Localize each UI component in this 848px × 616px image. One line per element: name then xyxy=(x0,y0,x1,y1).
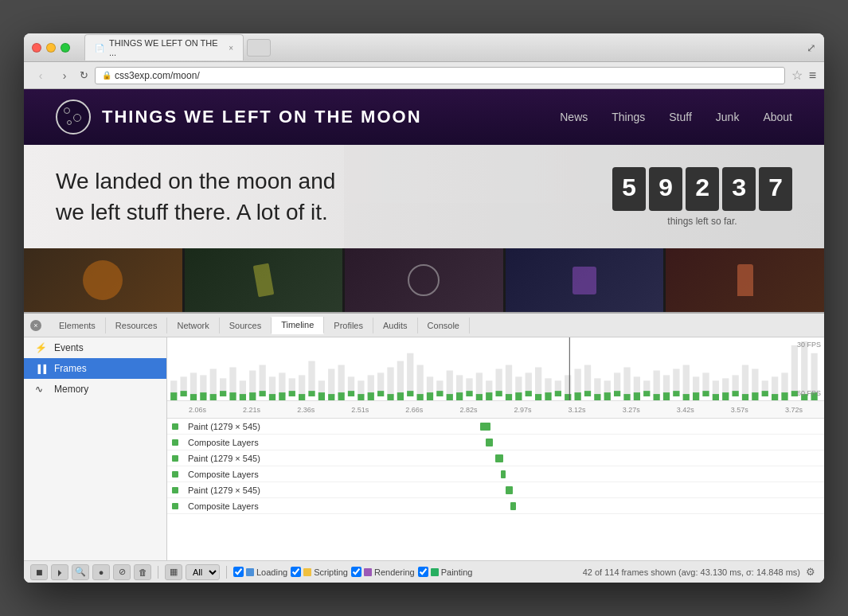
thumb-inner-5 xyxy=(666,248,824,312)
table-row: Paint (1279 × 545) xyxy=(167,419,824,435)
scripting-label: Scripting xyxy=(314,567,348,577)
thumbnail-3[interactable] xyxy=(345,248,503,312)
bookmark-button[interactable]: ☆ xyxy=(791,68,803,83)
scripting-filter-checkbox[interactable]: Scripting xyxy=(291,567,348,577)
time-tick-9: 3.42s xyxy=(658,406,713,414)
table-row: Paint (1279 × 545) xyxy=(167,482,824,498)
sidebar-item-memory[interactable]: ∿ Memory xyxy=(24,379,166,400)
digit-1: 9 xyxy=(649,167,682,211)
rendering-filter-checkbox[interactable]: Rendering xyxy=(351,567,415,577)
browser-tab[interactable]: 📄 THINGS WE LEFT ON THE ... × xyxy=(84,34,244,60)
devtools-settings-button[interactable]: ⚙ xyxy=(803,565,818,579)
url-bar[interactable]: 🔒 css3exp.com/moon/ xyxy=(95,67,785,84)
timeline-bar-0 xyxy=(480,423,490,431)
svg-rect-67 xyxy=(181,391,187,396)
refresh-button[interactable]: ↻ xyxy=(80,69,88,81)
tab-close-button[interactable]: × xyxy=(229,44,233,53)
svg-rect-104 xyxy=(545,392,551,400)
record-frames-button[interactable]: ⏹ xyxy=(30,564,48,580)
thumbnail-2[interactable] xyxy=(185,248,343,312)
frames-icon: ▐▐ xyxy=(35,365,48,373)
nav-stuff[interactable]: Stuff xyxy=(669,111,692,123)
svg-rect-28 xyxy=(447,370,453,396)
maximize-traffic-light[interactable] xyxy=(61,43,70,53)
nav-things[interactable]: Things xyxy=(612,111,645,123)
tab-title: THINGS WE LEFT ON THE ... xyxy=(109,38,224,57)
sidebar-item-frames[interactable]: ▐▐ Frames xyxy=(24,358,166,379)
close-traffic-light[interactable] xyxy=(32,43,41,53)
svg-rect-80 xyxy=(308,391,315,396)
svg-rect-70 xyxy=(210,394,217,400)
devtools-tab-sources[interactable]: Sources xyxy=(220,318,272,333)
step-button[interactable]: ⏵ xyxy=(51,564,68,580)
sidebar-label-events: Events xyxy=(54,342,84,353)
minimize-traffic-light[interactable] xyxy=(46,43,56,53)
devtools-tab-network[interactable]: Network xyxy=(167,318,219,333)
svg-rect-64 xyxy=(801,341,807,396)
devtools-tab-resources[interactable]: Resources xyxy=(106,318,168,333)
digit-3: 3 xyxy=(722,167,756,211)
thumbnail-5[interactable] xyxy=(666,248,824,312)
browser-menu-button[interactable]: ≡ xyxy=(809,68,816,83)
devtools-tab-elements[interactable]: Elements xyxy=(49,318,106,333)
time-tick-11: 3.72s xyxy=(767,406,821,414)
nav-about[interactable]: About xyxy=(763,111,792,123)
loading-filter-checkbox[interactable]: Loading xyxy=(233,567,287,577)
loading-checkbox-input[interactable] xyxy=(233,567,244,577)
svg-rect-40 xyxy=(565,375,571,396)
window-expand-button[interactable]: ⤢ xyxy=(807,41,816,54)
devtools-tab-timeline[interactable]: Timeline xyxy=(272,317,324,334)
digit-2: 2 xyxy=(686,167,719,211)
search-timeline-icon: 🔍 xyxy=(75,567,86,577)
devtools-close-button[interactable]: × xyxy=(30,320,41,331)
svg-rect-105 xyxy=(555,391,561,396)
record-frames-icon: ⏹ xyxy=(35,567,44,577)
svg-rect-23 xyxy=(397,361,404,396)
nav-news[interactable]: News xyxy=(560,111,588,123)
back-button[interactable]: ‹ xyxy=(32,67,49,84)
rendering-checkbox-input[interactable] xyxy=(351,567,361,577)
search-timeline-button[interactable]: 🔍 xyxy=(72,564,89,580)
trash-icon: 🗑 xyxy=(139,567,147,577)
crater-3 xyxy=(67,120,72,125)
filter-select[interactable]: All xyxy=(186,564,220,580)
row-content-4 xyxy=(318,482,824,497)
forward-button[interactable]: › xyxy=(56,67,73,84)
time-tick-10: 3.57s xyxy=(713,406,767,414)
title-bar: 📄 THINGS WE LEFT ON THE ... × ⤢ xyxy=(24,33,824,62)
svg-rect-106 xyxy=(565,394,571,400)
thumbnail-1[interactable] xyxy=(24,248,182,312)
svg-rect-4 xyxy=(210,369,217,397)
clear-button[interactable]: ⊘ xyxy=(113,564,131,580)
svg-rect-125 xyxy=(752,392,758,400)
devtools-main-area: 30 FPS 60 FPS xyxy=(167,337,824,560)
fps-graph: 30 FPS 60 FPS xyxy=(167,337,824,401)
row-label-1: Composite Layers xyxy=(183,438,318,447)
timeline-rows: Paint (1279 × 545) Composite Layers xyxy=(167,419,824,560)
thumbnail-4[interactable] xyxy=(506,248,664,312)
svg-rect-71 xyxy=(220,391,226,396)
time-tick-5: 2.82s xyxy=(441,406,495,414)
thumbnails-row xyxy=(24,248,824,312)
sidebar-item-events[interactable]: ⚡ Events xyxy=(24,337,166,358)
svg-rect-16 xyxy=(328,369,334,397)
thumb-inner-2 xyxy=(185,248,343,312)
scripting-checkbox-input[interactable] xyxy=(291,567,301,577)
svg-rect-41 xyxy=(575,369,581,397)
timeline-bar-1 xyxy=(486,439,494,446)
nav-junk[interactable]: Junk xyxy=(716,111,740,123)
devtools-toolbar: ⏹ ⏵ 🔍 ● ⊘ 🗑 ▦ All xyxy=(24,560,824,583)
time-tick-0: 2.06s xyxy=(170,406,225,414)
filter-button[interactable]: ▦ xyxy=(165,564,182,580)
new-tab-button[interactable] xyxy=(247,39,271,57)
devtools-tab-audits[interactable]: Audits xyxy=(373,318,418,333)
devtools-tab-console[interactable]: Console xyxy=(418,318,470,333)
svg-rect-66 xyxy=(170,392,177,400)
svg-rect-97 xyxy=(476,394,483,400)
painting-filter-checkbox[interactable]: Painting xyxy=(418,567,473,577)
devtools-tab-profiles[interactable]: Profiles xyxy=(324,318,373,333)
painting-checkbox-input[interactable] xyxy=(418,567,428,577)
devtools-sidebar: ⚡ Events ▐▐ Frames ∿ Memory xyxy=(24,337,167,560)
record-button[interactable]: ● xyxy=(92,564,110,580)
trash-button[interactable]: 🗑 xyxy=(134,564,151,580)
